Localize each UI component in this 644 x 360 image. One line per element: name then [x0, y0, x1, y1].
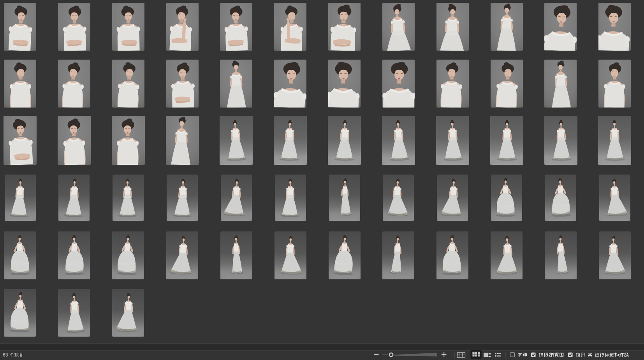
svg-text:63: 63 — [3, 352, 8, 358]
